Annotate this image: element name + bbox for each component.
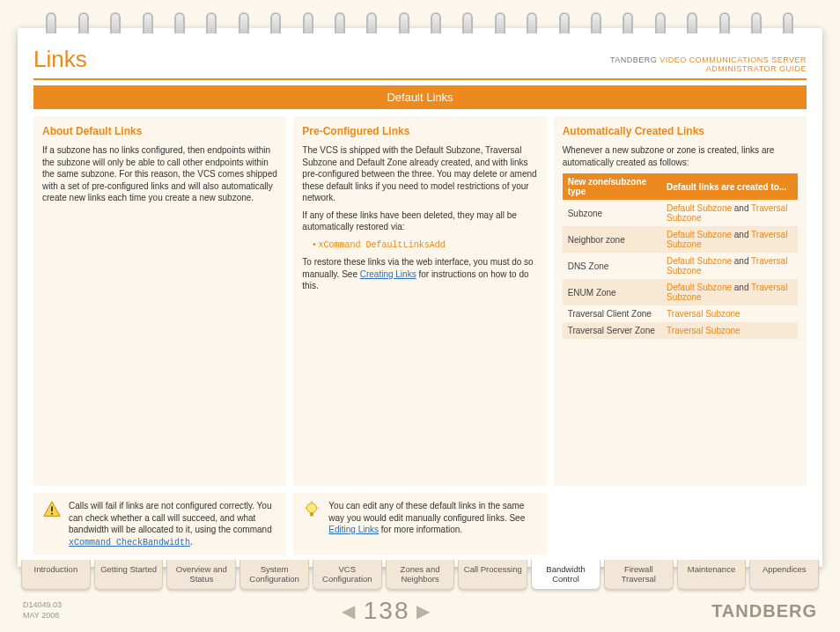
svg-rect-4 [310, 513, 313, 517]
cell-links-to: Default Subzone and Traversal Subzone [661, 279, 798, 305]
link-target[interactable]: Default Subzone [667, 230, 732, 239]
tip2-text-a: You can edit any of these default links … [328, 501, 525, 523]
column-preconfigured-links: Pre-Configured Links The VCS is shipped … [293, 116, 546, 486]
col2-p1: The VCS is shipped with the Default Subz… [302, 144, 537, 204]
link-target[interactable]: Traversal Subzone [667, 326, 741, 335]
doc-subtitle: ADMINISTRATOR GUIDE [706, 64, 807, 73]
auto-links-table: New zone/subzone type Default links are … [563, 173, 798, 339]
tab-system-configuration[interactable]: System Configuration [239, 560, 309, 590]
header-rule [33, 78, 807, 80]
next-page-arrow[interactable]: ▶ [416, 600, 431, 621]
page-number: 138 [364, 597, 410, 625]
table-row: SubzoneDefault Subzone and Traversal Sub… [563, 200, 798, 226]
col1-heading: About Default Links [42, 125, 277, 137]
cell-links-to: Default Subzone and Traversal Subzone [661, 253, 798, 279]
svg-rect-2 [51, 513, 53, 515]
tab-vcs-configuration[interactable]: VCS Configuration [313, 560, 382, 590]
nav-tabs: IntroductionGetting StartedOverview and … [21, 560, 819, 590]
col2-heading: Pre-Configured Links [302, 125, 537, 137]
brand-name: TANDBERG [610, 55, 657, 64]
lightbulb-icon [302, 500, 321, 519]
table-row: DNS ZoneDefault Subzone and Traversal Su… [563, 253, 798, 279]
link-target[interactable]: Default Subzone [667, 283, 732, 292]
page-title: Links [33, 46, 87, 73]
product-name: VIDEO COMMUNICATIONS SERVER [659, 55, 807, 64]
th-links-to: Default links are created to... [661, 173, 798, 200]
tab-overview-and-status[interactable]: Overview and Status [166, 560, 236, 590]
link-target[interactable]: Traversal Subzone [667, 309, 741, 319]
and-text: and [732, 230, 751, 239]
and-text: and [732, 256, 751, 266]
table-row: ENUM ZoneDefault Subzone and Traversal S… [563, 279, 798, 305]
column-auto-created-links: Automatically Created Links Whenever a n… [554, 116, 807, 486]
cell-links-to: Traversal Subzone [661, 322, 798, 339]
cell-zone-type: Subzone [563, 200, 661, 226]
spiral-binding [0, 12, 840, 35]
cell-zone-type: Traversal Client Zone [563, 305, 661, 322]
tab-firewall-traversal[interactable]: Firewall Traversal [604, 560, 674, 590]
column-about-default-links: About Default Links If a subzone has no … [33, 116, 286, 486]
and-text: and [732, 283, 751, 292]
creating-links-link[interactable]: Creating Links [360, 269, 416, 279]
page: Links TANDBERG VIDEO COMMUNICATIONS SERV… [18, 28, 822, 567]
footer-logo: TANDBERG [711, 601, 817, 621]
table-row: Neighbor zoneDefault Subzone and Travers… [563, 226, 798, 253]
doc-id-block: D14049.03 MAY 2008 [23, 600, 62, 621]
page-number-block: ◀ 138 ▶ [342, 597, 432, 625]
tip1-text-a: Calls will fail if links are not configu… [69, 501, 272, 534]
col2-command: xCommand DefaultLinksAdd [319, 240, 446, 250]
tab-maintenance[interactable]: Maintenance [677, 560, 747, 590]
col3-heading: Automatically Created Links [563, 125, 798, 137]
tab-bandwidth-control[interactable]: Bandwidth Control [531, 560, 601, 590]
cell-links-to: Default Subzone and Traversal Subzone [661, 226, 798, 253]
cell-zone-type: Traversal Server Zone [563, 322, 661, 339]
col3-intro: Whenever a new subzone or zone is create… [563, 144, 798, 168]
editing-links-link[interactable]: Editing Links [328, 525, 379, 534]
cell-links-to: Default Subzone and Traversal Subzone [661, 200, 798, 226]
svg-rect-1 [51, 506, 53, 511]
prev-page-arrow[interactable]: ◀ [342, 600, 357, 621]
section-banner: Default Links [33, 85, 807, 109]
tab-introduction[interactable]: Introduction [21, 560, 91, 590]
tip-calls-fail: Calls will fail if links are not configu… [33, 493, 286, 555]
tab-appendices[interactable]: Appendices [749, 560, 819, 590]
link-target[interactable]: Default Subzone [667, 203, 732, 213]
doc-id: D14049.03 [23, 600, 62, 609]
warning-icon [42, 500, 62, 519]
footer: D14049.03 MAY 2008 ◀ 138 ▶ TANDBERG [23, 597, 817, 625]
tip1-command-link[interactable]: xCommand CheckBandwidth [69, 538, 190, 547]
col2-p3: To restore these links via the web inter… [302, 256, 537, 292]
table-row: Traversal Client ZoneTraversal Subzone [563, 305, 798, 322]
tip-edit-links: You can edit any of these default links … [293, 493, 546, 555]
cell-links-to: Traversal Subzone [661, 305, 798, 322]
svg-point-3 [307, 503, 317, 513]
cell-zone-type: ENUM Zone [563, 279, 661, 305]
doc-date: MAY 2008 [23, 611, 59, 620]
cell-zone-type: DNS Zone [563, 253, 661, 279]
tip1-text-b: . [190, 537, 193, 547]
and-text: and [732, 203, 751, 213]
doc-header-meta: TANDBERG VIDEO COMMUNICATIONS SERVER ADM… [610, 55, 807, 73]
col1-body: If a subzone has no links configured, th… [42, 144, 277, 204]
tip2-text-b: for more information. [381, 525, 462, 534]
col2-p2: If any of these links have been deleted,… [302, 209, 537, 233]
link-target[interactable]: Default Subzone [667, 256, 732, 266]
tab-call-processing[interactable]: Call Processing [458, 560, 527, 590]
th-zone-type: New zone/subzone type [563, 173, 661, 200]
tab-getting-started[interactable]: Getting Started [94, 560, 164, 590]
cell-zone-type: Neighbor zone [563, 226, 661, 253]
tab-zones-and-neighbors[interactable]: Zones and Neighbors [386, 560, 455, 590]
table-row: Traversal Server ZoneTraversal Subzone [563, 322, 798, 339]
